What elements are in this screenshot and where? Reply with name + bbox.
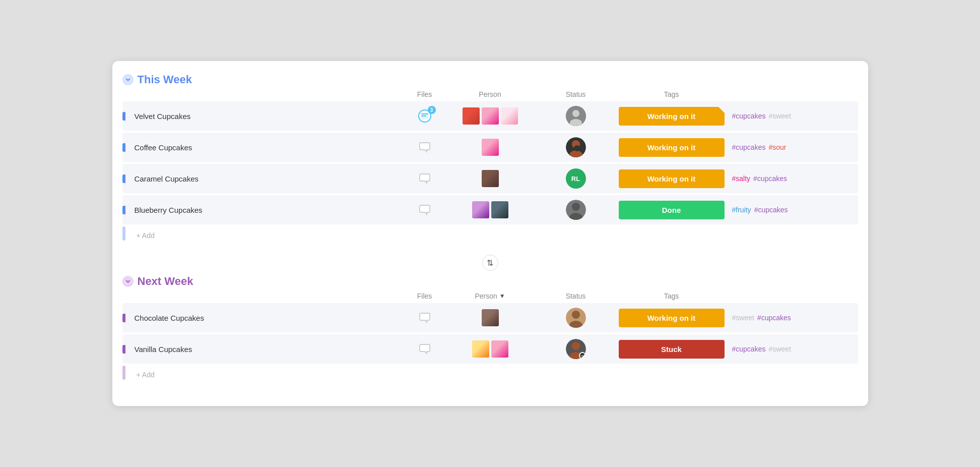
main-card: This Week Files Person Status Tags Velve… (112, 61, 868, 406)
tag[interactable]: #sweet (768, 345, 791, 353)
col-tags-label: Tags (616, 90, 727, 98)
item-name: Chocolate Cupcakes (125, 314, 204, 322)
tag[interactable]: #cupcakes (754, 206, 788, 214)
row-status-cell[interactable]: Working on it (616, 107, 727, 126)
status-badge[interactable]: Working on it (619, 309, 725, 327)
col-name (153, 292, 405, 300)
row-status-cell[interactable]: Working on it (616, 169, 727, 188)
status-badge[interactable]: Working on it (619, 107, 725, 126)
tag[interactable]: #cupcakes (732, 112, 766, 120)
add-row-indicator (122, 226, 125, 241)
chat-icon[interactable] (417, 139, 433, 155)
row-name-cell: Coffee Cupcakes (122, 143, 405, 152)
table-row: Caramel Cupcakes RL Working on it #salty… (122, 164, 858, 193)
item-name: Vanilla Cupcakes (125, 345, 192, 354)
col-status-label: Status (536, 90, 616, 98)
row-person-cell (536, 308, 616, 328)
avatar (566, 137, 586, 157)
divider-row: ⇅ (122, 255, 858, 271)
table-row: Blueberry Cupcakes Done #fruity (122, 195, 858, 224)
row-files-cell (445, 309, 536, 326)
status-badge[interactable]: Stuck (619, 340, 725, 359)
tag[interactable]: #sweet (768, 112, 791, 120)
tag[interactable]: #sweet (732, 314, 754, 322)
avatar (566, 106, 586, 126)
row-status-cell[interactable]: Stuck (616, 340, 727, 359)
col-files-label: Files (405, 90, 445, 98)
chat-icon[interactable] (417, 202, 433, 218)
row-chat-cell[interactable]: 3 (405, 108, 445, 124)
this-week-chevron[interactable] (122, 74, 134, 85)
tag[interactable]: #fruity (732, 206, 751, 214)
row-chat-cell[interactable] (405, 202, 445, 218)
file-thumb (472, 201, 489, 218)
row-person-cell (536, 200, 616, 220)
file-thumb (482, 107, 499, 125)
row-status-cell[interactable]: Working on it (616, 309, 727, 327)
row-chat-cell[interactable] (405, 139, 445, 155)
row-files-cell (445, 170, 536, 187)
chat-badge: 3 (428, 106, 436, 114)
status-badge[interactable]: Done (619, 201, 725, 219)
status-badge[interactable]: Working on it (619, 138, 725, 157)
col-files-label: Files (405, 292, 445, 300)
add-row[interactable]: + Add (122, 366, 858, 384)
add-button[interactable]: + Add (125, 231, 155, 240)
row-chat-cell[interactable] (405, 170, 445, 187)
row-files-cell (445, 107, 536, 125)
item-name: Coffee Cupcakes (125, 143, 192, 152)
chat-icon[interactable] (417, 310, 433, 326)
row-name-cell: Velvet Cupcakes (122, 112, 405, 121)
tag[interactable]: #cupcakes (753, 174, 787, 183)
row-person-cell: − (536, 339, 616, 359)
row-tags-cell: #salty #cupcakes (727, 174, 858, 183)
file-thumb (482, 139, 499, 156)
file-thumb (463, 107, 480, 125)
row-tags-cell: #fruity #cupcakes (727, 206, 858, 214)
col-tags-label: Tags (616, 292, 727, 300)
row-status-cell[interactable]: Done (616, 201, 727, 219)
table-row: Velvet Cupcakes 3 Working on it (122, 101, 858, 131)
row-name-cell: Vanilla Cupcakes (122, 345, 405, 354)
this-week-section: This Week Files Person Status Tags Velve… (122, 73, 858, 245)
tag[interactable]: #cupcakes (732, 143, 766, 151)
row-name-cell: Caramel Cupcakes (122, 174, 405, 183)
file-thumb (482, 170, 499, 187)
chat-icon[interactable] (417, 341, 433, 357)
row-files-cell (445, 201, 536, 218)
next-week-section: Next Week Files Person ▼ Status Tags Cho… (122, 275, 858, 384)
tag[interactable]: #cupcakes (732, 345, 766, 353)
chat-icon[interactable]: 3 (417, 108, 433, 124)
avatar (566, 308, 586, 328)
row-person-cell (536, 137, 616, 157)
status-badge[interactable]: Working on it (619, 169, 725, 188)
col-person-label: Person (445, 90, 536, 98)
this-week-header: This Week (122, 73, 858, 86)
row-chat-cell[interactable] (405, 310, 445, 326)
svg-point-10 (572, 203, 580, 211)
col-name (153, 90, 405, 98)
add-row-indicator (122, 366, 125, 380)
chevron-down-icon: ▼ (499, 293, 505, 300)
tag[interactable]: #cupcakes (757, 314, 791, 322)
tag[interactable]: #sour (768, 143, 786, 151)
chat-icon[interactable] (417, 170, 433, 187)
item-name: Blueberry Cupcakes (125, 206, 203, 214)
add-button[interactable]: + Add (125, 371, 155, 379)
row-tags-cell: #cupcakes #sweet (727, 112, 858, 120)
row-name-cell: Blueberry Cupcakes (122, 206, 405, 214)
tag[interactable]: #salty (732, 174, 751, 183)
row-status-cell[interactable]: Working on it (616, 138, 727, 157)
svg-point-12 (124, 278, 132, 285)
sort-icon[interactable]: ⇅ (482, 255, 498, 271)
row-chat-cell[interactable] (405, 341, 445, 357)
col-person-label[interactable]: Person ▼ (445, 292, 536, 300)
this-week-col-headers: Files Person Status Tags (122, 90, 858, 101)
next-week-chevron[interactable] (122, 276, 134, 287)
svg-point-0 (124, 76, 132, 83)
add-row[interactable]: + Add (122, 226, 858, 245)
row-tags-cell: #cupcakes #sweet (727, 345, 858, 353)
item-name: Caramel Cupcakes (125, 174, 199, 183)
row-tags-cell: #cupcakes #sour (727, 143, 858, 151)
table-row: Coffee Cupcakes Working on it #cupcakes (122, 133, 858, 162)
